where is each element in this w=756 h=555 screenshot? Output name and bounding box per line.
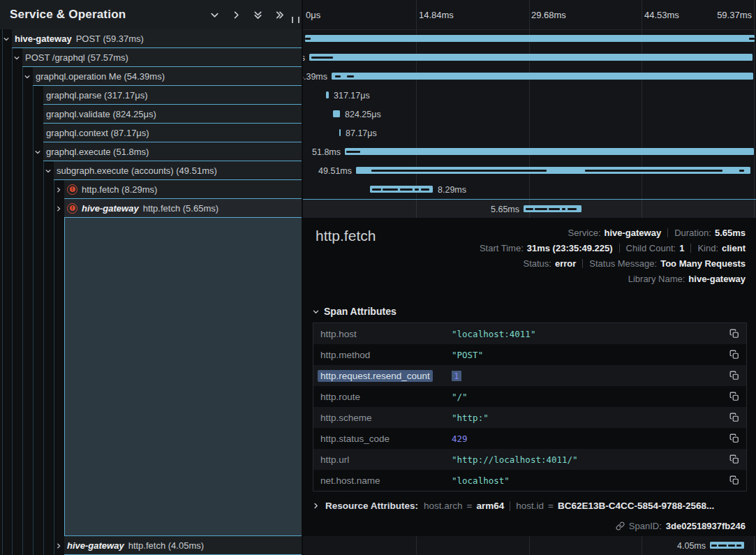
meta-item: Child Count:1 [626,243,685,253]
copy-icon [729,329,739,339]
span-attributes-header[interactable]: Span Attributes [312,306,396,317]
timeline-row[interactable]: 57.57ms [303,48,756,67]
timeline-row[interactable]: 5.65ms [303,199,756,219]
timeline-row[interactable]: 317.17μs [303,86,756,105]
collapse-all-button[interactable] [252,9,263,20]
span-duration-bar[interactable] [710,542,744,549]
pane-resize-handle[interactable] [292,17,299,23]
span-duration-bar[interactable] [339,129,341,136]
attribute-row[interactable]: http.url"http://localhost:4011/" [313,449,746,470]
meta-label: Library Name: [628,274,685,284]
tree-row[interactable]: !hive-gatewayhttp.fetch (5.65ms) [0,199,302,218]
indent-guide [2,67,3,86]
meta-label: Service: [568,228,601,238]
span-duration-bar[interactable] [326,91,329,98]
span-service-name: hive-gateway [67,540,124,551]
tree-row[interactable]: POST /graphql (57.57ms) [0,48,302,67]
chevron-down-icon[interactable] [33,142,43,161]
attribute-key: http.method [320,350,452,360]
tree-row-content[interactable]: !http.fetch (8.29ms) [64,180,302,199]
tree-row[interactable]: hive-gatewayPOST (59.37ms) [0,29,302,48]
chevron-down-icon[interactable] [22,67,32,86]
attribute-row[interactable]: http.status_code429 [313,428,746,449]
span-duration-bar[interactable] [370,186,433,193]
attribute-row[interactable]: http.scheme"http:" [313,407,746,428]
attribute-row[interactable]: http.host"localhost:4011" [313,323,746,344]
attribute-row[interactable]: http.route"/" [313,386,746,407]
attribute-row[interactable]: http.method"POST" [313,344,746,365]
trace-viewer-app: 0μs14.84ms29.68ms44.53ms59.37ms 57.57ms5… [0,0,756,555]
copy-button[interactable] [725,392,739,401]
expand-one-button[interactable] [230,9,242,20]
span-tree-header: Service & Operation [0,0,302,29]
child-span-segment [415,188,419,191]
tree-row-content[interactable]: !hive-gatewayhttp.fetch (5.65ms) [64,199,302,218]
tree-row-gutter [0,124,43,142]
attribute-row[interactable]: net.host.name"localhost" [313,470,746,491]
attribute-row[interactable]: http.request.resend_count1 [313,365,746,386]
indent-guide [22,86,23,105]
timeline-row[interactable]: 824.25μs [303,105,756,124]
tree-row-content[interactable]: subgraph.execute (accounts) (49.51ms) [54,161,302,180]
tree-row-content[interactable]: POST /graphql (57.57ms) [22,48,302,67]
link-icon[interactable] [616,521,625,531]
indent-guide [2,86,3,105]
span-duration-label: 4.05ms [677,536,706,555]
tree-row[interactable]: graphql.validate (824.25μs) [0,105,302,124]
copy-button[interactable] [725,434,739,443]
copy-button[interactable] [725,329,739,339]
tree-row-content[interactable]: graphql.execute (51.8ms) [43,142,302,161]
tree-row-content[interactable]: graphql.operation Me (54.39ms) [33,67,302,86]
copy-button[interactable] [725,475,739,485]
span-duration-bar[interactable] [356,167,750,174]
span-duration-bar[interactable] [305,35,755,42]
tree-row[interactable]: hive-gatewayhttp.fetch (4.05ms) [0,536,302,555]
chevron-right-icon[interactable] [54,536,64,555]
meta-label: Duration: [674,228,711,238]
timeline-row[interactable] [303,29,756,48]
resource-attributes-row[interactable]: Resource Attributes: host.arch=arm64host… [312,501,746,511]
tree-row-content[interactable]: graphql.context (87.17μs) [43,124,302,142]
timeline-row[interactable]: 4.05ms [303,536,756,555]
tree-row[interactable]: !http.fetch (8.29ms) [0,180,302,199]
timeline-row[interactable]: 49.51ms [303,161,756,180]
expand-all-button[interactable] [274,9,285,20]
chevron-right-icon[interactable] [54,199,64,218]
timeline-row[interactable]: 54.39ms [303,67,756,86]
error-icon: ! [67,184,77,195]
child-span-segment [311,57,333,59]
tree-row-content[interactable]: graphql.validate (824.25μs) [43,105,302,124]
timeline-row[interactable]: 8.29ms [303,180,756,199]
tree-row[interactable]: graphql.context (87.17μs) [0,124,302,142]
span-duration-bar[interactable] [333,110,340,117]
indent-guide [33,218,34,536]
copy-button[interactable] [725,350,739,360]
timeline-row[interactable]: 87.17μs [303,124,756,142]
tree-row-content[interactable]: hive-gatewayPOST (59.37ms) [12,29,302,48]
tree-row[interactable]: graphql.operation Me (54.39ms) [0,67,302,86]
tree-row-content[interactable]: hive-gatewayhttp.fetch (4.05ms) [64,536,302,555]
span-detail-panel: http.fetch Service:hive-gatewayDuration:… [303,218,756,536]
chevron-down-icon[interactable] [12,48,22,67]
span-duration-bar[interactable] [332,73,753,80]
timeline-row[interactable]: 51.8ms [303,142,756,161]
tree-row-content[interactable]: graphql.parse (317.17μs) [43,86,302,105]
copy-button[interactable] [725,413,739,422]
tree-row[interactable]: graphql.parse (317.17μs) [0,86,302,105]
selected-text: http.request.resend_count [318,370,433,382]
copy-icon [729,454,739,464]
chevron-down-icon[interactable] [43,161,53,180]
copy-button[interactable] [725,454,739,464]
chevron-right-icon[interactable] [54,180,64,199]
span-duration-bar[interactable] [345,148,754,155]
collapse-one-button[interactable] [209,9,220,20]
span-duration-bar[interactable] [524,205,581,212]
tree-row[interactable]: graphql.execute (51.8ms) [0,142,302,161]
span-duration-bar[interactable] [309,54,753,61]
span-operation-label: http.fetch (8.29ms) [82,184,157,195]
indent-guide [54,218,54,536]
meta-value: hive-gateway [688,274,746,284]
tree-row[interactable]: subgraph.execute (accounts) (49.51ms) [0,161,302,180]
chevron-down-icon[interactable] [1,29,11,48]
copy-button[interactable] [725,371,739,380]
